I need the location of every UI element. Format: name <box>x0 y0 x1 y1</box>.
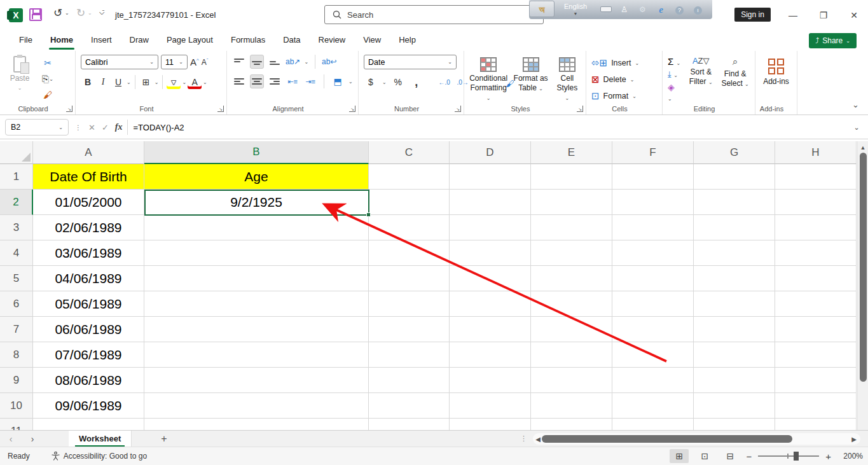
tab-file[interactable]: File <box>10 31 41 51</box>
cell-A6[interactable]: 05/06/1989 <box>33 291 144 317</box>
tab-view[interactable]: View <box>354 31 390 51</box>
font-color-dropdown-icon[interactable]: ⌄ <box>203 80 207 85</box>
currency-format-icon[interactable]: $ <box>364 75 378 89</box>
cancel-entry-icon[interactable]: ✕ <box>88 123 95 132</box>
formula-input[interactable]: =TODAY()-A2 <box>133 123 184 132</box>
cell-C2[interactable] <box>369 190 450 215</box>
cell-E11[interactable] <box>531 419 612 430</box>
normal-view-icon[interactable]: ⊞ <box>670 449 689 463</box>
cell-F2[interactable] <box>612 190 694 215</box>
fill-icon[interactable]: ⤓ ⌄ <box>668 69 681 80</box>
language-settings-gear-icon[interactable]: ⚙ <box>633 5 652 14</box>
cell-B8[interactable] <box>144 342 369 368</box>
column-header-f[interactable]: F <box>612 141 694 164</box>
cell-A4[interactable]: 03/06/1989 <box>33 240 144 266</box>
cell-H5[interactable] <box>775 266 857 291</box>
sort-filter-button[interactable]: AZ▽ Sort & Filter ⌄ <box>686 55 715 102</box>
format-painter-icon[interactable]: 🖌 <box>41 88 55 102</box>
bold-button[interactable]: B <box>81 75 95 89</box>
clear-icon[interactable]: ◈ ⌄ <box>668 82 681 102</box>
merge-center-dropdown-icon[interactable]: ⌄ <box>348 79 353 85</box>
redo-dropdown-icon[interactable]: ⌄ <box>88 10 92 16</box>
cell-G6[interactable] <box>694 291 775 317</box>
share-button[interactable]: ⤴ Share ⌄ <box>809 33 857 48</box>
insert-cells-button[interactable]: ⬄⊞ Insert⌄ <box>591 55 657 71</box>
find-select-button[interactable]: ⌕ Find & Select ⌄ <box>720 55 750 102</box>
cut-icon[interactable]: ✂ <box>41 56 55 70</box>
undo-button[interactable]: ↺ <box>53 6 62 20</box>
cell-G8[interactable] <box>694 342 775 368</box>
insert-function-icon[interactable]: fx <box>115 122 123 132</box>
cell-E7[interactable] <box>531 317 612 342</box>
row-header-9[interactable]: 9 <box>0 368 33 393</box>
cell-E5[interactable] <box>531 266 612 291</box>
align-center-icon[interactable] <box>250 74 264 88</box>
vertical-scrollbar[interactable]: ▲ <box>857 141 868 430</box>
cell-C7[interactable] <box>369 317 450 342</box>
cell-F1[interactable] <box>612 164 694 190</box>
orientation-icon[interactable]: ab↗ <box>286 55 300 69</box>
column-header-h[interactable]: H <box>775 141 857 164</box>
fill-color-dropdown-icon[interactable]: ⌄ <box>182 80 186 85</box>
cell-B5[interactable] <box>144 266 369 291</box>
cell-H8[interactable] <box>775 342 857 368</box>
tab-scrollbar-splitter[interactable]: ⋮ <box>520 434 527 443</box>
cell-E9[interactable] <box>531 368 612 393</box>
cell-H6[interactable] <box>775 291 857 317</box>
tab-review[interactable]: Review <box>310 31 355 51</box>
row-header-4[interactable]: 4 <box>0 240 33 266</box>
cell-E10[interactable] <box>531 393 612 419</box>
cell-H3[interactable] <box>775 215 857 240</box>
zoom-slider-thumb[interactable] <box>794 452 799 461</box>
format-cells-button[interactable]: ⊡ Format⌄ <box>591 88 657 104</box>
cell-B10[interactable] <box>144 393 369 419</box>
tab-page-layout[interactable]: Page Layout <box>158 31 222 51</box>
row-header-5[interactable]: 5 <box>0 266 33 291</box>
align-left-icon[interactable] <box>232 74 246 88</box>
ime-icon[interactable]: ♙ <box>615 5 633 14</box>
align-bottom-icon[interactable] <box>268 55 282 69</box>
cell-B3[interactable] <box>144 215 369 240</box>
autosum-icon[interactable]: Σ ⌄ <box>668 56 681 67</box>
decrease-indent-icon[interactable]: ⇤≡ <box>286 74 300 88</box>
cell-D7[interactable] <box>450 317 531 342</box>
cell-E4[interactable] <box>531 240 612 266</box>
prev-sheet-icon[interactable]: ‹ <box>0 434 22 444</box>
column-header-g[interactable]: G <box>694 141 775 164</box>
cell-E3[interactable] <box>531 215 612 240</box>
increase-decimal-icon[interactable]: ←.0 <box>437 75 451 89</box>
decrease-font-icon[interactable]: Aˇ <box>202 57 209 67</box>
cell-A11[interactable] <box>33 419 144 430</box>
cell-B9[interactable] <box>144 368 369 393</box>
cell-G11[interactable] <box>694 419 775 430</box>
cell-F8[interactable] <box>612 342 694 368</box>
delete-cells-button[interactable]: ⊠ Delete⌄ <box>591 71 657 88</box>
cell-G10[interactable] <box>694 393 775 419</box>
currency-dropdown-icon[interactable]: ⌄ <box>382 80 387 85</box>
tab-home[interactable]: Home <box>41 31 82 51</box>
undo-dropdown-icon[interactable]: ⌄ <box>65 10 69 16</box>
cell-G5[interactable] <box>694 266 775 291</box>
horizontal-scroll-thumb[interactable] <box>542 435 792 443</box>
zoom-slider[interactable] <box>758 449 819 463</box>
cell-D2[interactable] <box>450 190 531 215</box>
cell-D5[interactable] <box>450 266 531 291</box>
search-input[interactable]: Search <box>324 5 544 24</box>
clipboard-dialog-launcher[interactable] <box>66 106 72 112</box>
cell-F6[interactable] <box>612 291 694 317</box>
tab-data[interactable]: Data <box>274 31 309 51</box>
cell-A10[interactable]: 09/06/1989 <box>33 393 144 419</box>
cell-G9[interactable] <box>694 368 775 393</box>
cell-A1[interactable]: Date Of Birth <box>33 164 144 190</box>
row-header-8[interactable]: 8 <box>0 342 33 368</box>
cell-E1[interactable] <box>531 164 612 190</box>
cell-C5[interactable] <box>369 266 450 291</box>
cell-C9[interactable] <box>369 368 450 393</box>
font-color-icon[interactable]: A <box>188 75 202 89</box>
cell-C8[interactable] <box>369 342 450 368</box>
cell-styles-button[interactable]: Cell Styles ⌄ <box>554 55 581 102</box>
cell-H1[interactable] <box>775 164 857 190</box>
cell-F3[interactable] <box>612 215 694 240</box>
cell-D9[interactable] <box>450 368 531 393</box>
sheet-tab-worksheet[interactable]: Worksheet <box>69 431 132 447</box>
